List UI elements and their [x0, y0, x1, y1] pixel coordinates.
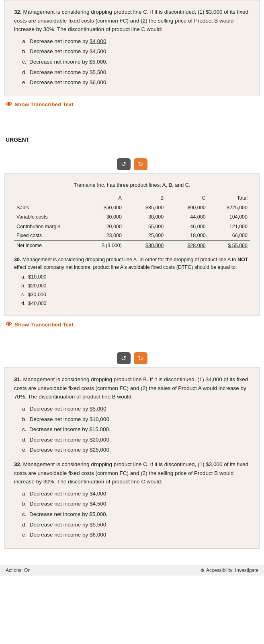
contrib-a: 20,000 [82, 222, 124, 231]
bottom-right: ☸ Accessibility: Investigate [200, 568, 258, 573]
var-label: Variable costs [14, 213, 82, 222]
contrib-total: 121,000 [208, 222, 250, 231]
eye-icon-1: 👁 [6, 101, 12, 108]
urgent-label: URGENT [0, 129, 264, 147]
q32-bottom-number: 32. [14, 461, 22, 467]
toolbar-3: ↺ ↻ [0, 352, 264, 364]
question-card-1: 32. Management is considering dropping p… [4, 0, 260, 96]
undo-button-3[interactable]: ↺ [117, 352, 131, 364]
q32-top-options: a. Decrease net income by $4,000 b. Decr… [22, 37, 250, 87]
spacer-4 [0, 333, 264, 341]
question-30-block: 30. Management is considering dropping p… [14, 256, 250, 308]
col-header-c: C [166, 194, 208, 203]
eye-icon-2: 👁 [6, 321, 12, 328]
contrib-c: 46,000 [166, 222, 208, 231]
var-a: 30,000 [82, 213, 124, 222]
q31-opt-b: b. Decrease net income by $10,000. [22, 415, 250, 424]
netincome-a: $ (3,000) [82, 241, 124, 250]
col-header-b: B [124, 194, 166, 203]
q31-number: 31. [14, 376, 22, 382]
actions-label: Actions: On [6, 568, 31, 573]
bottom-left: Actions: On [6, 568, 31, 573]
sales-c: $90,000 [166, 203, 208, 213]
netincome-total: $ 55,000 [208, 241, 250, 250]
q30-opt-c: c. $30,000 [21, 291, 250, 299]
toolbar-2: ↺ ↻ [0, 158, 264, 170]
col-header-total: Total [208, 194, 250, 203]
redo-button-3[interactable]: ↻ [134, 352, 147, 364]
company-title: Tremaine Inc. has three product lines: A… [14, 181, 250, 189]
undo-button-2[interactable]: ↺ [117, 158, 131, 170]
option-b: b. Decrease net income by $4,500. [22, 47, 250, 56]
contrib-label: Contribution margin [14, 222, 82, 231]
q30-opt-d: d. $40,000 [21, 300, 250, 308]
q30-number: 30. [14, 257, 21, 262]
q31-opt-c: c. Decrease net income by $15,000. [22, 425, 250, 434]
section-3: ↺ ↻ 31. Management is considering droppi… [0, 352, 264, 549]
fixed-b: 25,000 [124, 231, 166, 241]
table-row-sales: Sales $50,000 $85,000 $90,000 $225,000 [14, 203, 250, 213]
show-transcribed-btn-1[interactable]: 👁 Show Transcribed Text [0, 96, 264, 113]
q31-text: 31. Management is considering dropping p… [14, 375, 250, 401]
q32b-opt-e: e. Decrease net income by $6,000. [22, 530, 250, 539]
option-a: a. Decrease net income by $4,000 [22, 37, 250, 46]
q32-bottom-text: 32. Management is considering dropping p… [14, 460, 250, 486]
col-header-label [14, 194, 82, 203]
spacer-5 [0, 341, 264, 349]
question-32-top-text: 32. Management is considering dropping p… [14, 8, 250, 34]
accessibility-label: Accessibility: Investigate [206, 568, 258, 573]
q32b-opt-a: a. Decrease net income by $4,000 [22, 489, 250, 498]
var-c: 44,000 [166, 213, 208, 222]
table-card: Tremaine Inc. has three product lines: A… [4, 173, 260, 316]
q32b-opt-d: d. Decrease net income by $5,500. [22, 520, 250, 529]
option-c: c. Decrease net income by $5,000. [22, 58, 250, 66]
q32b-opt-c: c. Decrease net income by $5,000. [22, 510, 250, 519]
accessibility-button[interactable]: ☸ Accessibility: Investigate [200, 568, 258, 573]
spacer-1 [0, 113, 264, 121]
q31-opt-a: a. Decrease net income by $5,000 [22, 405, 250, 413]
q31-opt-e: e. Decrease net income by $25,000. [22, 446, 250, 454]
financial-table: A B C Total Sales $50,000 $85,000 $90,00… [14, 194, 250, 250]
show-transcribed-label-2: Show Transcribed Text [14, 322, 74, 328]
netincome-label: Net income [14, 241, 82, 250]
q30-opt-b: b. $20,000 [21, 282, 250, 290]
col-header-a: A [82, 194, 124, 203]
table-row-netincome: Net income $ (3,000) $30,000 $28,000 $ 5… [14, 241, 250, 250]
fixed-a: 23,000 [82, 231, 124, 241]
table-row-contribution: Contribution margin 20,000 55,000 46,000… [14, 222, 250, 231]
var-b: 30,000 [124, 213, 166, 222]
netincome-c: $28,000 [166, 241, 208, 250]
redo-button-2[interactable]: ↻ [134, 158, 147, 170]
q32b-opt-b: b. Decrease net income by $4,500. [22, 500, 250, 508]
q31-options: a. Decrease net income by $5,000 b. Decr… [22, 405, 250, 454]
q32-top-number: 32. [14, 9, 22, 15]
sales-b: $85,000 [124, 203, 166, 213]
table-row-fixed: Fixed costs 23,000 25,000 18,000 66,000 [14, 231, 250, 241]
option-d: d. Decrease net income by $5,500. [22, 68, 250, 77]
question-card-3: 31. Management is considering dropping p… [4, 367, 260, 549]
option-e: e. Decrease net income by $6,000. [22, 78, 250, 87]
sales-label: Sales [14, 203, 82, 213]
show-transcribed-label-1: Show Transcribed Text [14, 101, 74, 107]
fixed-c: 18,000 [166, 231, 208, 241]
q32-bottom-options: a. Decrease net income by $4,000 b. Decr… [22, 489, 250, 539]
contrib-b: 55,000 [124, 222, 166, 231]
section-2: ↺ ↻ Tremaine Inc. has three product line… [0, 158, 264, 333]
var-total: 104,000 [208, 213, 250, 222]
fixed-label: Fixed costs [14, 231, 82, 241]
q30-text: 30. Management is considering dropping p… [14, 256, 250, 271]
accessibility-icon: ☸ [200, 568, 205, 573]
bottom-bar: Actions: On ☸ Accessibility: Investigate [0, 565, 264, 576]
table-row-variable: Variable costs 30,000 30,000 44,000 104,… [14, 213, 250, 222]
q30-options: a. $10,000 b. $20,000 c. $30,000 d. $40,… [21, 273, 250, 307]
sales-a: $50,000 [82, 203, 124, 213]
spacer-3 [0, 147, 264, 155]
q31-opt-d: d. Decrease net income by $20,000. [22, 436, 250, 444]
fixed-total: 66,000 [208, 231, 250, 241]
spacer-2 [0, 121, 264, 129]
section-1: 32. Management is considering dropping p… [0, 0, 264, 113]
show-transcribed-btn-2[interactable]: 👁 Show Transcribed Text [0, 316, 264, 333]
sales-total: $225,000 [208, 203, 250, 213]
netincome-b: $30,000 [124, 241, 166, 250]
q30-opt-a: a. $10,000 [21, 273, 250, 281]
